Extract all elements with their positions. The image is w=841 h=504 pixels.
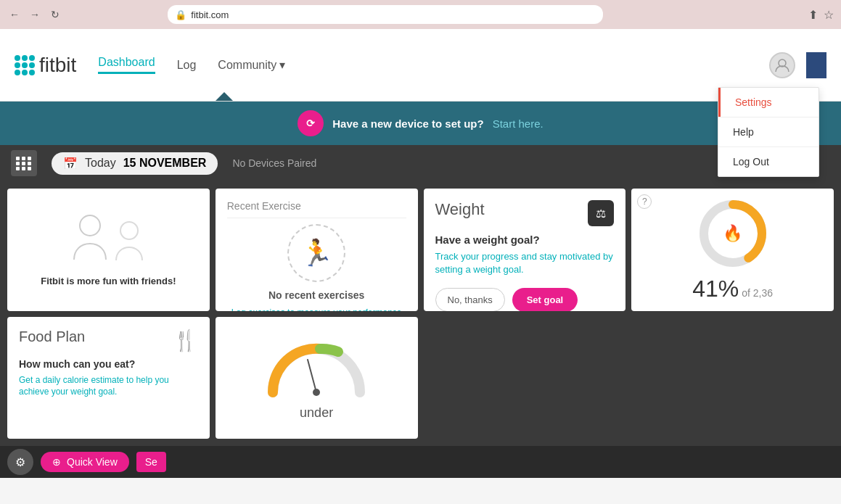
address-bar[interactable]: 🔒 fitbit.com (168, 5, 603, 24)
browser-chrome: ← → ↻ 🔒 fitbit.com ⬆ ☆ (0, 0, 841, 29)
grid-dot (16, 167, 20, 170)
refresh-button[interactable]: ↻ (48, 7, 62, 22)
calendar-icon: 📅 (63, 157, 78, 170)
friend-silhouette-2 (113, 220, 146, 267)
calories-card: ? 🔥 41% of 2,36 (631, 189, 834, 311)
browser-actions: ⬆ ☆ (808, 8, 834, 22)
grid-menu-button[interactable] (11, 150, 37, 176)
bookmark-button[interactable]: ☆ (824, 8, 834, 22)
grid-dot (22, 162, 25, 165)
date-section[interactable]: 📅 Today 15 NOVEMBER (52, 152, 218, 175)
flame-icon: 🔥 (723, 224, 742, 243)
back-button[interactable]: ← (7, 7, 22, 22)
banner-message: Have a new device to set up? (332, 117, 483, 130)
dot (15, 55, 20, 61)
runner-icon: 🏃 (300, 238, 333, 268)
runner-circle: 🏃 (287, 224, 345, 282)
gauge-label: under (300, 405, 333, 421)
settings-gear-button[interactable]: ⚙ (7, 449, 33, 475)
exercise-card: Recent Exercise 🏃 No recent exercises Lo… (216, 189, 418, 311)
calorie-of: of 2,36 (742, 287, 773, 299)
logo-area: fitbit (15, 54, 76, 77)
fitbit-app: fitbit Dashboard Log Community ▾ ⟳ Ha (0, 29, 841, 504)
dot (15, 62, 20, 68)
dropdown-logout[interactable]: Log Out (718, 147, 819, 176)
bottom-bar: ⚙ ⊕ Quick View Se (0, 446, 841, 478)
calorie-percent: 41% (692, 276, 739, 302)
dropdown-settings[interactable]: Settings (718, 88, 819, 117)
weight-sub-text: Track your progress and stay motivated b… (435, 250, 615, 276)
nav-log[interactable]: Log (177, 59, 197, 72)
calorie-display: 41% of 2,36 (692, 276, 773, 302)
nav-links: Dashboard Log Community ▾ (98, 56, 769, 74)
quick-view-label: Quick View (67, 456, 118, 468)
quick-view-button[interactable]: ⊕ Quick View (41, 452, 129, 472)
banner-link[interactable]: Start here. (493, 117, 543, 130)
chevron-down-icon: ▾ (279, 58, 285, 72)
weight-card: Weight ⚖ Have a weight goal? Track your … (424, 189, 626, 311)
gauge-card: under (216, 317, 418, 439)
food-title: Food Plan (19, 329, 85, 345)
quick-view-icon: ⊕ (52, 456, 61, 468)
grid-dots (16, 157, 32, 170)
banner: ⟳ Have a new device to set up? Start her… (0, 102, 841, 145)
dot (22, 55, 28, 61)
share-button[interactable]: ⬆ (808, 8, 818, 22)
exercise-center: 🏃 No recent exercises Log exercises to m… (227, 224, 406, 311)
gauge-svg (258, 334, 374, 400)
no-thanks-button[interactable]: No, thanks (435, 288, 505, 310)
header: fitbit Dashboard Log Community ▾ (0, 29, 841, 102)
dot (22, 70, 28, 75)
svg-point-2 (120, 222, 138, 239)
exercise-title: Recent Exercise (227, 200, 406, 218)
toolbar: 📅 Today 15 NOVEMBER No Devices Paired (0, 145, 841, 181)
grid-dot (28, 162, 31, 165)
grid-dot (28, 157, 31, 160)
no-exercise-text: No recent exercises (268, 289, 364, 301)
grid-dot (22, 167, 25, 170)
url-text: fitbit.com (191, 9, 229, 20)
grid-dot (16, 157, 20, 160)
friends-card: Fitbit is more fun with friends! (7, 189, 210, 311)
grid-dot (22, 157, 25, 160)
svg-point-7 (313, 389, 320, 396)
friends-silhouettes (70, 212, 146, 267)
nav-community[interactable]: Community ▾ (218, 58, 285, 72)
food-question: How much can you eat? (19, 358, 198, 370)
no-devices-text: No Devices Paired (232, 157, 316, 169)
weight-motivated-link[interactable]: motivated (559, 251, 600, 262)
weight-buttons: No, thanks Set goal (435, 288, 615, 310)
flag-icon[interactable] (806, 52, 826, 78)
set-goal-button[interactable]: Set goal (512, 288, 578, 310)
utensils-icon: 🍴 (173, 329, 198, 352)
weight-header: Weight ⚖ (435, 200, 615, 226)
weight-goal-text: Have a weight goal? (435, 234, 615, 246)
food-card: Food Plan 🍴 How much can you eat? Get a … (7, 317, 210, 439)
logo-dots (15, 55, 35, 75)
question-mark-icon[interactable]: ? (637, 194, 652, 209)
dot (29, 62, 35, 68)
se-button[interactable]: Se (136, 452, 166, 472)
nav-indicator (216, 92, 233, 101)
date-value: 15 NOVEMBER (123, 157, 207, 170)
nav-dashboard[interactable]: Dashboard (98, 56, 155, 74)
friends-text: Fitbit is more fun with friends! (41, 276, 176, 286)
food-desc: Get a daily calorie estimate to help you… (19, 374, 198, 399)
nav-right (769, 52, 826, 78)
grid-dot (16, 162, 20, 165)
device-setup-icon: ⟳ (298, 110, 324, 136)
avatar-icon[interactable] (769, 52, 795, 78)
forward-button[interactable]: → (28, 7, 42, 22)
svg-line-6 (308, 360, 316, 392)
dropdown-help[interactable]: Help (718, 117, 819, 146)
lock-icon: 🔒 (175, 9, 186, 20)
logo-text: fitbit (39, 54, 76, 77)
dot (15, 70, 20, 75)
dot (22, 62, 28, 68)
donut-chart: 🔥 (697, 197, 769, 270)
today-label: Today (85, 157, 116, 170)
cards-grid: Fitbit is more fun with friends! Recent … (7, 189, 834, 439)
dot (29, 55, 35, 61)
food-header: Food Plan 🍴 (19, 329, 198, 352)
weight-device-icon: ⚖ (588, 200, 614, 226)
